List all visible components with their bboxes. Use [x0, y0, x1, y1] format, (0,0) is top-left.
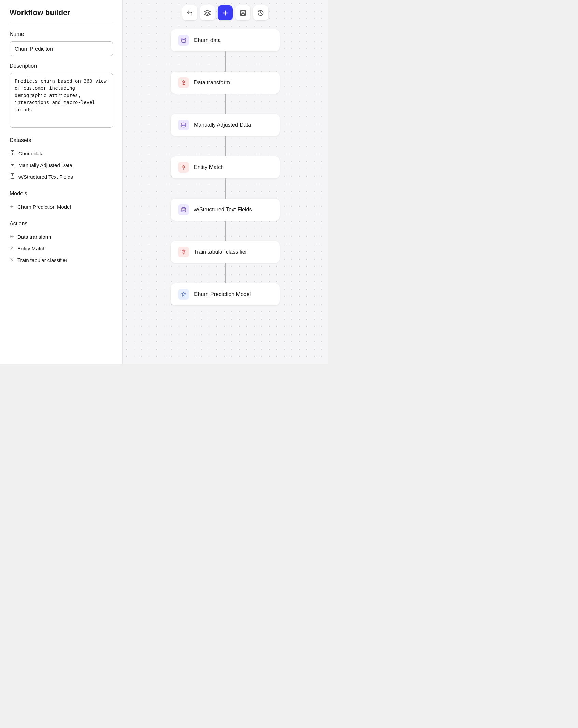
node-icon-churn-model — [178, 289, 189, 300]
svg-point-6 — [182, 38, 186, 39]
svg-rect-3 — [241, 11, 246, 16]
name-input[interactable] — [10, 41, 113, 56]
sidebar-title: Workflow builder — [10, 8, 113, 17]
svg-rect-5 — [242, 14, 244, 16]
node-data-transform[interactable]: Data transform — [171, 72, 280, 94]
name-label: Name — [10, 31, 113, 37]
connector-4 — [225, 178, 226, 199]
action-icon-1: ✳ — [10, 234, 14, 240]
node-label-train-tabular: Train tabular classifier — [194, 249, 247, 255]
node-structured-text[interactable]: w/Structured Text Fields — [171, 199, 280, 221]
layers-button[interactable] — [200, 5, 215, 20]
sidebar-item-data-transform[interactable]: ✳ Data transform — [10, 231, 113, 242]
node-icon-train-tabular — [178, 247, 189, 257]
node-icon-churn-data — [178, 35, 189, 46]
actions-label: Actions — [10, 221, 113, 227]
sidebar-item-manually-adjusted[interactable]: 🗄 Manually Adjusted Data — [10, 159, 113, 171]
node-label-structured-text: w/Structured Text Fields — [194, 207, 252, 213]
history-button[interactable] — [253, 5, 268, 20]
node-label-churn-model: Churn Prediction Model — [194, 291, 251, 297]
connector-5 — [225, 221, 226, 241]
connector-1 — [225, 51, 226, 72]
dataset-icon-1: 🗄 — [10, 150, 15, 156]
sidebar-item-entity-match[interactable]: ✳ Entity Match — [10, 242, 113, 254]
dataset-label-3: w/Structured Text Fields — [18, 174, 73, 180]
sidebar: Workflow builder Name Description Datase… — [0, 0, 123, 364]
model-label-1: Churn Prediction Model — [17, 204, 71, 210]
node-label-entity-match: Entity Match — [194, 164, 224, 170]
workflow-nodes: Churn data Data transform Manually Adjus… — [123, 26, 328, 326]
node-entity-match[interactable]: Entity Match — [171, 156, 280, 178]
divider — [10, 24, 113, 24]
node-label-churn-data: Churn data — [194, 37, 221, 43]
node-label-manually-adjusted: Manually Adjusted Data — [194, 122, 251, 128]
action-icon-3: ✳ — [10, 257, 14, 263]
action-label-3: Train tabular classifier — [17, 257, 67, 263]
dataset-label-1: Churn data — [18, 151, 44, 156]
connector-3 — [225, 136, 226, 156]
description-label: Description — [10, 63, 113, 69]
dataset-icon-3: 🗄 — [10, 173, 15, 180]
save-button[interactable] — [235, 5, 250, 20]
svg-point-12 — [182, 207, 186, 209]
models-section: Models ✦ Churn Prediction Model — [10, 191, 113, 212]
node-train-tabular[interactable]: Train tabular classifier — [171, 241, 280, 263]
actions-section: Actions ✳ Data transform ✳ Entity Match … — [10, 221, 113, 266]
action-label-1: Data transform — [17, 234, 51, 240]
connector-2 — [225, 94, 226, 114]
dataset-icon-2: 🗄 — [10, 162, 15, 168]
svg-marker-15 — [181, 292, 186, 296]
node-icon-manually-adjusted — [178, 120, 189, 130]
svg-marker-0 — [205, 10, 211, 13]
svg-point-9 — [182, 123, 186, 124]
action-label-2: Entity Match — [17, 246, 46, 251]
sidebar-item-structured-text[interactable]: 🗄 w/Structured Text Fields — [10, 171, 113, 182]
node-icon-structured-text — [178, 204, 189, 215]
svg-rect-4 — [242, 11, 244, 12]
add-button[interactable] — [218, 5, 233, 20]
datasets-label: Datasets — [10, 137, 113, 143]
back-button[interactable] — [182, 5, 197, 20]
toolbar — [123, 0, 328, 26]
node-churn-prediction-model[interactable]: Churn Prediction Model — [171, 283, 280, 305]
model-icon-1: ✦ — [10, 204, 14, 210]
sidebar-item-churn-model[interactable]: ✦ Churn Prediction Model — [10, 201, 113, 212]
node-label-data-transform: Data transform — [194, 80, 230, 86]
node-icon-data-transform — [178, 77, 189, 88]
sidebar-item-train-tabular[interactable]: ✳ Train tabular classifier — [10, 254, 113, 266]
dataset-label-2: Manually Adjusted Data — [18, 162, 72, 168]
action-icon-2: ✳ — [10, 245, 14, 251]
sidebar-item-churn-data[interactable]: 🗄 Churn data — [10, 148, 113, 159]
node-manually-adjusted[interactable]: Manually Adjusted Data — [171, 114, 280, 136]
canvas: Churn data Data transform Manually Adjus… — [123, 0, 328, 364]
description-textarea[interactable] — [10, 73, 113, 128]
datasets-section: Datasets 🗄 Churn data 🗄 Manually Adjuste… — [10, 137, 113, 182]
node-icon-entity-match — [178, 162, 189, 173]
connector-6 — [225, 263, 226, 283]
node-churn-data[interactable]: Churn data — [171, 29, 280, 51]
models-label: Models — [10, 191, 113, 197]
